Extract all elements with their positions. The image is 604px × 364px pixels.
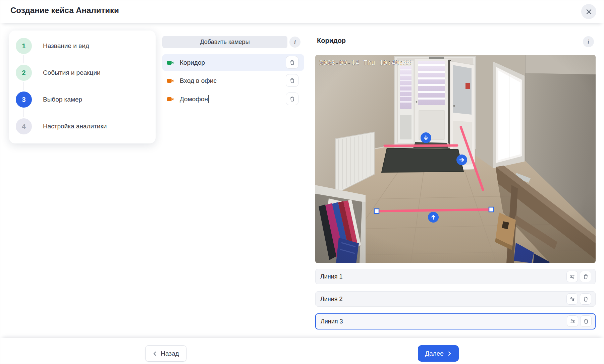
camera-video-frame: 2023-09-14 Thu 10:40:33 [315,55,596,263]
camera-list-info-icon[interactable]: i [289,37,300,48]
line-label: Линия 2 [320,296,343,303]
trash-icon [583,296,589,302]
line-row-2[interactable]: Линия 2 [315,291,596,307]
line-handle-start[interactable] [374,209,379,214]
camera-row-koridor[interactable]: Коридор [162,54,304,71]
delete-camera-button[interactable] [286,56,298,69]
next-button-label: Далее [425,350,444,357]
wizard-step-4[interactable]: 4 Настройка аналитики [16,118,107,134]
line-settings-button[interactable] [567,315,578,327]
line-label: Линия 3 [321,318,343,325]
wizard-step-1[interactable]: 1 Название и вид [16,38,89,54]
step-label: События и реакции [43,69,101,76]
video-camera-icon [167,97,174,102]
sliders-icon [569,296,575,302]
detection-line-1[interactable] [385,145,457,146]
video-camera-icon [167,78,174,83]
trash-icon [289,77,295,84]
chevron-right-icon [447,351,452,356]
text-cursor [208,95,209,103]
line-delete-button[interactable] [580,293,591,305]
dialog-footer: Назад Далее [0,338,604,364]
line-handle-end[interactable] [489,207,494,212]
close-icon [586,8,592,15]
step-number-badge: 3 [16,92,32,108]
line-delete-button[interactable] [580,315,592,327]
camera-scene: 2023-09-14 Thu 10:40:33 [315,55,596,263]
step-number-badge: 2 [16,65,32,81]
close-button[interactable] [581,4,596,19]
back-button-label: Назад [161,350,179,357]
trash-icon [583,274,589,280]
line-settings-button[interactable] [566,271,578,282]
wizard-step-3[interactable]: 3 Выбор камер [16,92,82,108]
camera-row-vhod-v-ofis[interactable]: Вход в офис [162,72,304,89]
trash-icon [289,59,295,66]
sliders-icon [569,318,576,324]
direction-arrow-up[interactable] [428,212,439,223]
sliders-icon [569,274,575,280]
trash-icon [583,318,589,324]
create-analytics-case-dialog: Создание кейса Аналитики 1 Название и ви… [0,0,604,364]
add-cameras-button[interactable]: Добавить камеры [162,36,287,48]
camera-name: Вход в офис [180,77,217,84]
line-label: Линия 1 [320,273,343,280]
back-button[interactable]: Назад [145,345,186,362]
chevron-left-icon [153,351,157,356]
line-delete-button[interactable] [580,271,591,282]
step-number-badge: 1 [16,38,32,54]
camera-row-domofon[interactable]: Домофон [162,91,304,107]
camera-name: Коридор [180,59,205,66]
line-settings-button[interactable] [566,293,578,305]
delete-camera-button[interactable] [286,74,298,87]
step-label: Название и вид [43,42,89,50]
wizard-steps-card: 1 Название и вид 2 События и реакции 3 В… [9,31,156,143]
line-row-3-selected[interactable]: Линия 3 [315,313,596,329]
wizard-step-2[interactable]: 2 События и реакции [16,65,101,81]
detection-line-3[interactable] [377,209,491,211]
step-label: Настройка аналитики [43,123,107,130]
dialog-header: Создание кейса Аналитики [0,0,604,23]
delete-camera-button[interactable] [286,93,298,105]
step-label: Выбор камер [43,96,82,103]
step-connector [23,82,24,90]
dialog-title: Создание кейса Аналитики [10,6,119,15]
preview-info-icon[interactable]: i [583,36,594,47]
line-row-1[interactable]: Линия 1 [315,269,596,284]
direction-arrow-down[interactable] [421,132,431,143]
step-connector [23,55,24,63]
preview-camera-title: Коридор [317,37,346,45]
camera-timestamp: 2023-09-14 Thu 10:40:33 [319,59,411,66]
video-camera-icon [167,60,174,65]
step-connector [23,109,24,117]
next-button[interactable]: Далее [418,345,459,362]
trash-icon [289,96,295,102]
camera-name-editing[interactable]: Домофон [180,95,209,103]
step-number-badge: 4 [16,118,32,134]
direction-arrow-right[interactable] [456,155,467,165]
